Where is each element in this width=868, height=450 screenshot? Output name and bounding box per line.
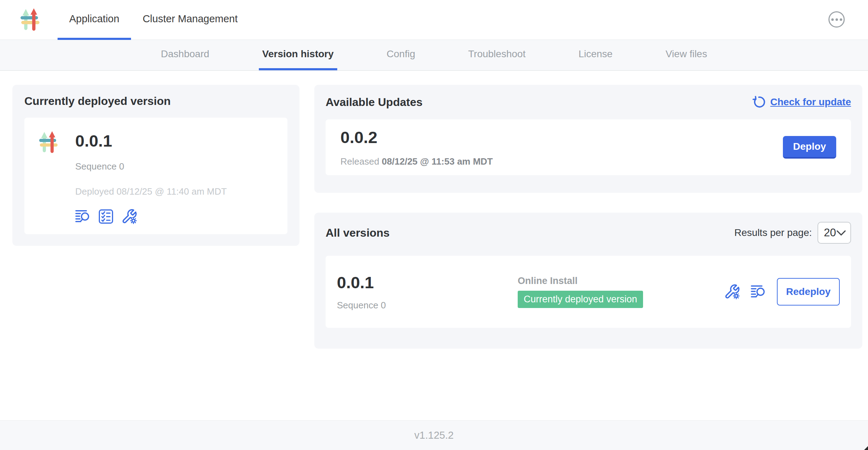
redeploy-button[interactable]: Redeploy	[777, 278, 840, 306]
deployed-timestamp: Deployed 08/12/25 @ 11:40 am MDT	[75, 186, 227, 197]
results-per-page-label: Results per page:	[735, 227, 812, 238]
wrench-gear-icon	[724, 284, 740, 300]
row-sequence-label: Sequence 0	[337, 300, 518, 311]
tab-cluster-management-label: Cluster Management	[143, 13, 238, 25]
subnav-item-config[interactable]: Config	[383, 40, 419, 70]
view-logs-button[interactable]	[75, 209, 91, 224]
currently-deployed-card: Currently deployed version 0.0.1 Sequenc…	[12, 85, 299, 246]
app-logo-icon	[20, 8, 41, 31]
more-menu-button[interactable]	[828, 11, 845, 28]
update-released-timestamp: Released 08/12/25 @ 11:53 am MDT	[340, 156, 493, 167]
main-content: Currently deployed version 0.0.1 Sequenc…	[0, 71, 868, 420]
all-versions-title: All versions	[326, 226, 390, 239]
window-resize-corner	[864, 446, 868, 450]
available-update-row: 0.0.2 Released 08/12/25 @ 11:53 am MDT D…	[326, 119, 851, 175]
results-per-page-select[interactable]: 20	[818, 222, 851, 244]
subnav-item-dashboard[interactable]: Dashboard	[157, 40, 213, 70]
view-logs-button[interactable]	[751, 285, 766, 299]
subnav-item-troubleshoot[interactable]: Troubleshoot	[465, 40, 529, 70]
view-logs-icon	[75, 209, 91, 224]
wrench-gear-icon	[121, 208, 137, 225]
subnav-item-view-files[interactable]: View files	[662, 40, 711, 70]
preflight-checks-button[interactable]	[99, 209, 113, 224]
deployed-sequence-label: Sequence 0	[75, 161, 227, 172]
tab-cluster-management[interactable]: Cluster Management	[131, 0, 249, 40]
tab-application[interactable]: Application	[58, 0, 131, 40]
edit-config-button[interactable]	[724, 284, 740, 300]
app-logo-icon	[38, 131, 60, 221]
checklist-icon	[99, 209, 113, 224]
console-version-label: v1.125.2	[414, 430, 453, 441]
deployed-version-number: 0.0.1	[75, 131, 227, 150]
currently-deployed-badge: Currently deployed version	[518, 291, 643, 308]
deployed-version-panel: 0.0.1 Sequence 0 Deployed 08/12/25 @ 11:…	[24, 118, 287, 234]
check-for-update-link[interactable]: Check for update	[752, 95, 851, 109]
subnav-item-license[interactable]: License	[575, 40, 616, 70]
app-footer: v1.125.2	[0, 420, 868, 450]
updates-card-title: Available Updates	[326, 96, 422, 109]
all-versions-card: All versions Results per page: 20 0.0.1 …	[314, 213, 862, 349]
edit-config-button[interactable]	[121, 208, 137, 225]
refresh-icon	[752, 95, 765, 109]
chevron-down-icon	[837, 230, 846, 236]
app-header: Application Cluster Management	[0, 0, 868, 40]
update-version-number: 0.0.2	[340, 128, 493, 147]
subnav-item-version-history[interactable]: Version history	[259, 40, 337, 70]
version-row: 0.0.1 Sequence 0 Online Install Currentl…	[326, 256, 851, 328]
install-type-label: Online Install	[518, 276, 724, 286]
header-tabs: Application Cluster Management	[58, 0, 249, 40]
row-version-number: 0.0.1	[337, 273, 518, 292]
view-logs-icon	[751, 285, 766, 299]
tab-application-label: Application	[69, 13, 119, 25]
deployed-card-title: Currently deployed version	[24, 95, 287, 108]
available-updates-card: Available Updates Check for update 0.0.2…	[314, 85, 862, 193]
ellipsis-icon	[831, 18, 834, 21]
deploy-button[interactable]: Deploy	[783, 136, 836, 159]
app-subnav: Dashboard Version history Config Trouble…	[0, 40, 868, 71]
